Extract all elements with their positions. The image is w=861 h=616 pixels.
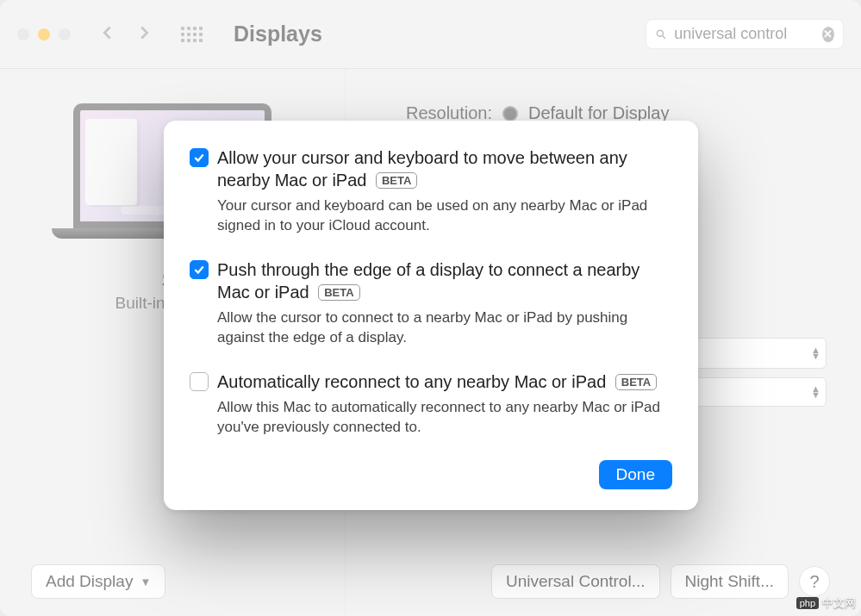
show-all-icon[interactable] xyxy=(181,27,203,42)
option-title: Push through the edge of a display to co… xyxy=(217,260,640,302)
help-button[interactable]: ? xyxy=(799,566,830,597)
beta-badge: BETA xyxy=(318,284,359,301)
night-shift-label: Night Shift... xyxy=(685,572,775,591)
beta-badge: BETA xyxy=(376,172,417,189)
chevron-updown-icon: ▲▼ xyxy=(811,386,820,398)
search-icon xyxy=(655,27,667,42)
watermark-badge: php xyxy=(796,597,819,609)
checkbox-push-edge[interactable] xyxy=(190,260,209,279)
option-title: Allow your cursor and keyboard to move b… xyxy=(217,148,627,190)
option-title: Automatically reconnect to any nearby Ma… xyxy=(217,372,606,391)
bottom-bar: Add Display ▼ Universal Control... Night… xyxy=(31,564,830,599)
add-display-button[interactable]: Add Display ▼ xyxy=(31,564,165,599)
option-text: Push through the edge of a display to co… xyxy=(217,258,672,348)
beta-badge: BETA xyxy=(615,374,657,390)
clear-search-button[interactable]: ✕ xyxy=(822,27,834,42)
option-desc: Allow the cursor to connect to a nearby … xyxy=(217,308,672,348)
universal-control-button[interactable]: Universal Control... xyxy=(491,564,660,599)
watermark-text: 中文网 xyxy=(822,595,856,611)
back-button[interactable] xyxy=(98,23,117,46)
night-shift-button[interactable]: Night Shift... xyxy=(671,564,789,599)
window-title: Displays xyxy=(234,22,322,47)
add-display-label: Add Display xyxy=(46,572,133,591)
help-label: ? xyxy=(809,572,819,592)
svg-line-1 xyxy=(663,35,665,38)
universal-control-sheet: Allow your cursor and keyboard to move b… xyxy=(164,121,698,510)
chevron-down-icon: ▼ xyxy=(140,576,151,588)
chevron-updown-icon: ▲▼ xyxy=(811,347,820,359)
minimize-window-button[interactable] xyxy=(38,28,50,40)
option-text: Allow your cursor and keyboard to move b… xyxy=(217,146,672,236)
toolbar: Displays ✕ xyxy=(0,0,861,69)
option-row: Push through the edge of a display to co… xyxy=(190,258,672,348)
nav-arrows xyxy=(98,23,153,46)
option-row: Allow your cursor and keyboard to move b… xyxy=(190,146,672,236)
checkbox-auto-reconnect[interactable] xyxy=(190,372,209,391)
checkbox-allow-cursor[interactable] xyxy=(190,148,209,167)
search-field-container[interactable]: ✕ xyxy=(646,19,844,49)
done-button[interactable]: Done xyxy=(599,460,672,489)
option-desc: Allow this Mac to automatically reconnec… xyxy=(217,398,672,438)
close-window-button[interactable] xyxy=(17,28,29,40)
universal-control-label: Universal Control... xyxy=(506,572,646,591)
option-row: Automatically reconnect to any nearby Ma… xyxy=(190,370,672,438)
option-text: Automatically reconnect to any nearby Ma… xyxy=(217,370,672,438)
option-desc: Your cursor and keyboard can be used on … xyxy=(217,196,672,236)
zoom-window-button[interactable] xyxy=(59,28,71,40)
svg-point-0 xyxy=(657,30,663,36)
search-input[interactable] xyxy=(674,25,815,43)
watermark: php 中文网 xyxy=(796,595,856,611)
resolution-radio[interactable] xyxy=(502,106,518,121)
window-controls xyxy=(17,28,71,40)
modal-footer: Done xyxy=(190,460,672,489)
forward-button[interactable] xyxy=(134,23,153,46)
